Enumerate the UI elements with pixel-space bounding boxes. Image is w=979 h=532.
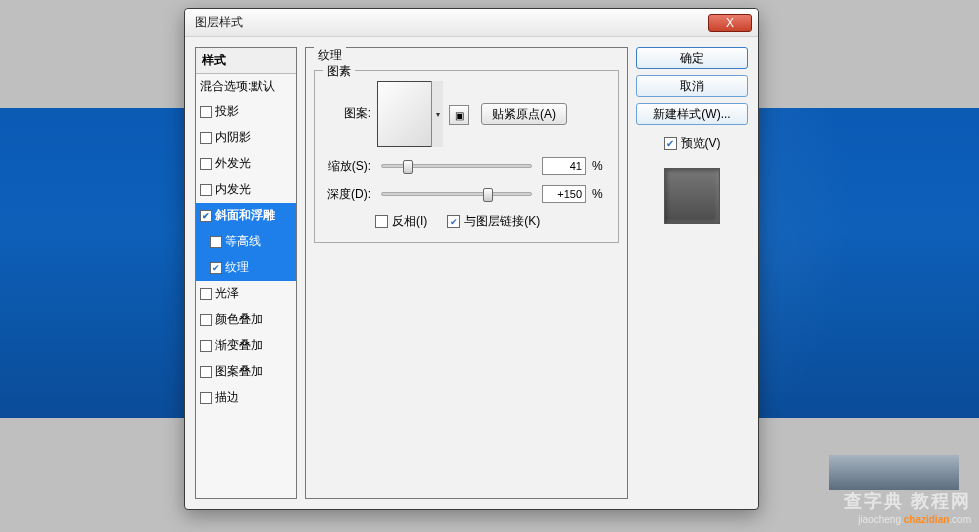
watermark: 查字典 教程网 jiaocheng.chazidian.com	[844, 490, 971, 526]
pattern-label: 图案:	[323, 105, 371, 122]
checkbox-icon[interactable]	[200, 392, 212, 404]
style-item-pattern-overlay[interactable]: 图案叠加	[196, 359, 296, 385]
titlebar[interactable]: 图层样式 X	[185, 9, 758, 37]
style-item-stroke[interactable]: 描边	[196, 385, 296, 411]
checkbox-icon	[664, 137, 677, 150]
preview-swatch	[664, 168, 720, 224]
checkbox-icon	[447, 215, 460, 228]
new-style-button[interactable]: 新建样式(W)...	[636, 103, 748, 125]
style-list: 样式 混合选项:默认 投影 内阴影 外发光 内发光 斜面和浮雕 等高线 纹理 光…	[195, 47, 297, 499]
style-item-contour[interactable]: 等高线	[196, 229, 296, 255]
panel-title: 纹理	[314, 47, 346, 64]
checkbox-icon[interactable]	[200, 210, 212, 222]
checkbox-icon[interactable]	[210, 236, 222, 248]
style-list-header: 样式	[196, 48, 296, 74]
checkbox-icon[interactable]	[200, 314, 212, 326]
checkbox-icon[interactable]	[200, 132, 212, 144]
action-column: 确定 取消 新建样式(W)... 预览(V)	[636, 47, 748, 499]
scale-slider[interactable]	[381, 164, 532, 168]
slider-thumb-icon[interactable]	[403, 160, 413, 174]
new-icon: ▣	[455, 110, 464, 121]
invert-checkbox[interactable]: 反相(I)	[375, 213, 427, 230]
preview-label: 预览(V)	[681, 135, 721, 152]
style-item-outer-glow[interactable]: 外发光	[196, 151, 296, 177]
checkbox-icon[interactable]	[200, 184, 212, 196]
depth-unit: %	[592, 187, 610, 201]
pattern-swatch[interactable]: ▾	[377, 81, 443, 147]
watermark-line1: 查字典 教程网	[844, 490, 971, 513]
style-item-texture[interactable]: 纹理	[196, 255, 296, 281]
close-icon: X	[726, 17, 734, 29]
depth-input[interactable]	[542, 185, 586, 203]
layer-style-dialog: 图层样式 X 样式 混合选项:默认 投影 内阴影 外发光 内发光 斜面和浮雕 等…	[184, 8, 759, 510]
checkbox-icon[interactable]	[200, 106, 212, 118]
chevron-down-icon: ▾	[436, 110, 440, 119]
dialog-body: 样式 混合选项:默认 投影 内阴影 外发光 内发光 斜面和浮雕 等高线 纹理 光…	[185, 37, 758, 509]
watermark-line2: jiaocheng.chazidian.com	[844, 513, 971, 526]
style-item-inner-shadow[interactable]: 内阴影	[196, 125, 296, 151]
pattern-dropdown-button[interactable]: ▾	[431, 81, 443, 147]
close-button[interactable]: X	[708, 14, 752, 32]
ok-button[interactable]: 确定	[636, 47, 748, 69]
style-item-satin[interactable]: 光泽	[196, 281, 296, 307]
elements-fieldset: 图素 图案: ▾ ▣ 贴紧原点(A) 缩放(S): % 深度(D):	[314, 70, 619, 243]
slider-thumb-icon[interactable]	[483, 188, 493, 202]
depth-label: 深度(D):	[323, 186, 371, 203]
checkbox-icon[interactable]	[200, 158, 212, 170]
cancel-button[interactable]: 取消	[636, 75, 748, 97]
texture-panel: 纹理 图素 图案: ▾ ▣ 贴紧原点(A) 缩放(S): %	[305, 47, 628, 499]
checkbox-icon[interactable]	[200, 366, 212, 378]
depth-slider[interactable]	[381, 192, 532, 196]
blending-options-item[interactable]: 混合选项:默认	[196, 74, 296, 99]
style-item-drop-shadow[interactable]: 投影	[196, 99, 296, 125]
link-label: 与图层链接(K)	[464, 213, 540, 230]
checkbox-icon[interactable]	[210, 262, 222, 274]
dialog-title: 图层样式	[195, 14, 243, 31]
preview-checkbox[interactable]: 预览(V)	[636, 135, 748, 152]
scale-label: 缩放(S):	[323, 158, 371, 175]
checkbox-icon	[375, 215, 388, 228]
checkbox-icon[interactable]	[200, 340, 212, 352]
style-item-inner-glow[interactable]: 内发光	[196, 177, 296, 203]
fieldset-legend: 图素	[323, 63, 355, 80]
invert-label: 反相(I)	[392, 213, 427, 230]
scale-input[interactable]	[542, 157, 586, 175]
link-with-layer-checkbox[interactable]: 与图层链接(K)	[447, 213, 540, 230]
style-item-color-overlay[interactable]: 颜色叠加	[196, 307, 296, 333]
style-item-gradient-overlay[interactable]: 渐变叠加	[196, 333, 296, 359]
style-item-bevel-emboss[interactable]: 斜面和浮雕	[196, 203, 296, 229]
checkbox-icon[interactable]	[200, 288, 212, 300]
thumbnail-gradient	[829, 455, 959, 490]
snap-origin-button[interactable]: 贴紧原点(A)	[481, 103, 567, 125]
scale-unit: %	[592, 159, 610, 173]
new-pattern-button[interactable]: ▣	[449, 105, 469, 125]
